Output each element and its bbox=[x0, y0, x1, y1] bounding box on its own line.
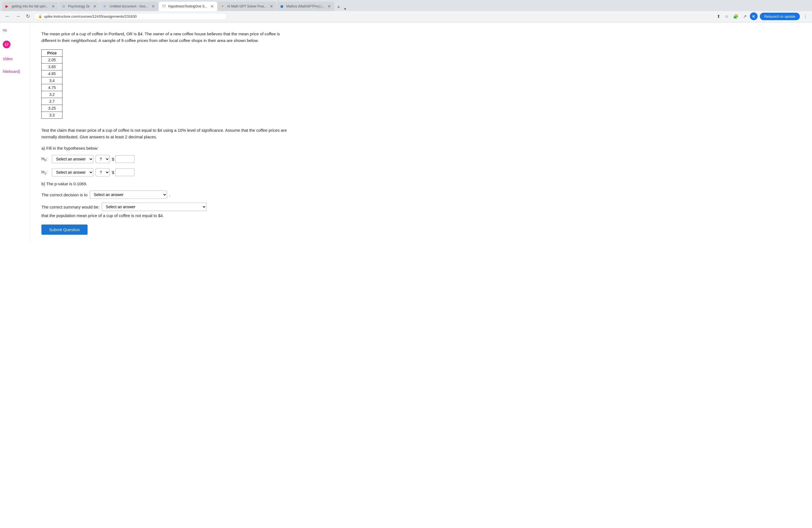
h1-dollar-wrap: $ bbox=[112, 168, 134, 176]
tab-mathos-title: Mathos (MathGPTPro) |... bbox=[286, 4, 324, 8]
sidebar-item-whiteboard[interactable]: hiteboard) bbox=[3, 69, 27, 74]
summary-suffix-text: that the population mean price of a cup … bbox=[41, 213, 164, 218]
tab-hypo-title: HypothesisTestingOne S... bbox=[168, 4, 207, 8]
decision-select[interactable]: Select an answer Reject H₀ Fail to Rejec… bbox=[90, 191, 167, 199]
youtube-favicon-icon: ▶ bbox=[5, 4, 10, 9]
back-button[interactable]: ← bbox=[3, 12, 12, 20]
sidebar-badge: 17 bbox=[3, 41, 11, 48]
decision-row: The correct decision is to Select an ans… bbox=[41, 191, 295, 199]
sidebar-item-video[interactable]: Video bbox=[3, 57, 27, 61]
tab-hypo[interactable]: 🛡 HypothesisTestingOne S... ✕ bbox=[159, 2, 217, 11]
price-table-cell: 3.25 bbox=[42, 105, 62, 112]
lock-icon: 🔒 bbox=[38, 14, 42, 18]
h0-label: H0: bbox=[41, 156, 50, 162]
submit-button[interactable]: Submit Question bbox=[41, 224, 88, 235]
psychology-favicon-icon: ⊙ bbox=[62, 4, 67, 9]
extension-icon[interactable]: 🧩 bbox=[732, 13, 740, 20]
h0-select[interactable]: Select an answer μ p σ bbox=[52, 155, 93, 163]
h1-label: H1: bbox=[41, 170, 50, 175]
summary-select[interactable]: Select an answer There is sufficient evi… bbox=[102, 203, 207, 211]
pvalue-value: 0.1069 bbox=[73, 181, 86, 186]
pvalue-text: b) The p-value is 0.1069. bbox=[41, 181, 295, 186]
sidebar-item-ns[interactable]: ns bbox=[3, 28, 27, 32]
h1-symbol-select[interactable]: ? = ≠ < > ≤ ≥ bbox=[96, 168, 110, 176]
h1-dollar-sign: $ bbox=[112, 170, 114, 175]
price-table-cell: 3.4 bbox=[42, 77, 62, 84]
relaunch-button[interactable]: Relaunch to update bbox=[760, 13, 800, 20]
tab-hypo-close-icon[interactable]: ✕ bbox=[211, 4, 214, 9]
tab-yt[interactable]: ▶ getting into the fall spiri... ✕ bbox=[2, 2, 58, 11]
summary-row: The correct summary would be: Select an … bbox=[41, 203, 295, 218]
tab-list-chevron-icon[interactable]: ▾ bbox=[344, 6, 346, 11]
decision-prefix-text: The correct decision is to bbox=[41, 192, 88, 197]
doc-favicon-icon: ≡ bbox=[104, 4, 108, 9]
h0-dollar-sign: $ bbox=[112, 157, 114, 162]
price-table-cell: 4.85 bbox=[42, 70, 62, 77]
address-bar-row: ← → ↻ 🔒 upike.instructure.com/courses/12… bbox=[0, 11, 812, 22]
tab-doc-title: Untitled document - Goo... bbox=[110, 4, 148, 8]
price-table-cell: 3.65 bbox=[42, 63, 62, 70]
h0-dollar-wrap: $ bbox=[112, 155, 134, 163]
decision-suffix-text: . bbox=[169, 192, 170, 197]
profile-icon[interactable]: ↗ bbox=[742, 13, 748, 20]
sidebar: ns 17 Video hiteboard) bbox=[0, 23, 30, 243]
tab-psych-close-icon[interactable]: ✕ bbox=[93, 4, 97, 9]
h1-dollar-input[interactable] bbox=[115, 168, 134, 176]
h0-row: H0: Select an answer μ p σ ? = ≠ < > ≤ ≥… bbox=[41, 155, 295, 163]
menu-icon[interactable]: ⋮ bbox=[802, 13, 809, 20]
main-content: The mean price of a cup of coffee in Por… bbox=[30, 23, 307, 243]
tab-ai[interactable]: ✦ AI Math GPT Solver Pow... ✕ bbox=[218, 2, 276, 11]
price-table-cell: 2.7 bbox=[42, 98, 62, 105]
cast-icon[interactable]: ⬆ bbox=[715, 13, 721, 20]
tab-ai-title: AI Math GPT Solver Pow... bbox=[227, 4, 266, 8]
toolbar-icons: ⬆ ☆ 🧩 ↗ K Relaunch to update ⋮ bbox=[715, 12, 809, 20]
price-table-cell: 3.2 bbox=[42, 91, 62, 98]
tab-yt-close-icon[interactable]: ✕ bbox=[52, 4, 55, 9]
forward-button[interactable]: → bbox=[14, 12, 22, 20]
part-a-label: a) Fill in the hypotheses below: bbox=[41, 146, 295, 150]
bookmark-icon[interactable]: ☆ bbox=[724, 13, 730, 20]
address-bar[interactable]: 🔒 upike.instructure.com/courses/12435/as… bbox=[34, 13, 227, 20]
new-tab-button[interactable]: + bbox=[335, 3, 343, 11]
h0-dollar-input[interactable] bbox=[115, 155, 134, 163]
price-table-cell: 2.05 bbox=[42, 57, 62, 63]
tab-ai-close-icon[interactable]: ✕ bbox=[270, 4, 273, 9]
reload-button[interactable]: ↻ bbox=[24, 12, 32, 20]
price-table-header: Price bbox=[42, 50, 62, 57]
ai-math-favicon-icon: ✦ bbox=[221, 4, 226, 9]
tab-doc[interactable]: ≡ Untitled document - Goo... ✕ bbox=[100, 2, 158, 11]
tab-mathos[interactable]: ◼ Mathos (MathGPTPro) |... ✕ bbox=[277, 2, 334, 11]
price-table: Price 2.053.654.853.44.753.22.73.253.3 bbox=[41, 49, 62, 119]
tab-psych-title: Psychology 2e bbox=[68, 4, 90, 8]
address-url-text: upike.instructure.com/courses/12435/assi… bbox=[44, 14, 137, 18]
tab-psych[interactable]: ⊙ Psychology 2e ✕ bbox=[59, 2, 100, 11]
tab-doc-close-icon[interactable]: ✕ bbox=[151, 4, 155, 9]
user-avatar[interactable]: K bbox=[750, 12, 758, 20]
mathos-favicon-icon: ◼ bbox=[280, 4, 285, 9]
price-table-cell: 4.75 bbox=[42, 84, 62, 91]
tab-bar: ▶ getting into the fall spiri... ✕ ⊙ Psy… bbox=[0, 0, 812, 11]
h0-symbol-select[interactable]: ? = ≠ < > ≤ ≥ bbox=[96, 155, 110, 163]
hypo-favicon-icon: 🛡 bbox=[162, 4, 166, 9]
page-layout: ns 17 Video hiteboard) The mean price of… bbox=[0, 23, 812, 243]
instructions-text: Test the claim that mean price of a cup … bbox=[41, 127, 295, 140]
price-table-cell: 3.3 bbox=[42, 112, 62, 119]
tab-yt-title: getting into the fall spiri... bbox=[12, 4, 48, 8]
browser-chrome: ▶ getting into the fall spiri... ✕ ⊙ Psy… bbox=[0, 0, 812, 23]
tab-mathos-close-icon[interactable]: ✕ bbox=[328, 4, 331, 9]
question-body-text: The mean price of a cup of coffee in Por… bbox=[41, 31, 295, 44]
h1-row: H1: Select an answer μ p σ ? = ≠ < > ≤ ≥… bbox=[41, 168, 295, 176]
h1-select[interactable]: Select an answer μ p σ bbox=[52, 168, 93, 176]
summary-prefix-text: The correct summary would be: bbox=[41, 205, 99, 209]
